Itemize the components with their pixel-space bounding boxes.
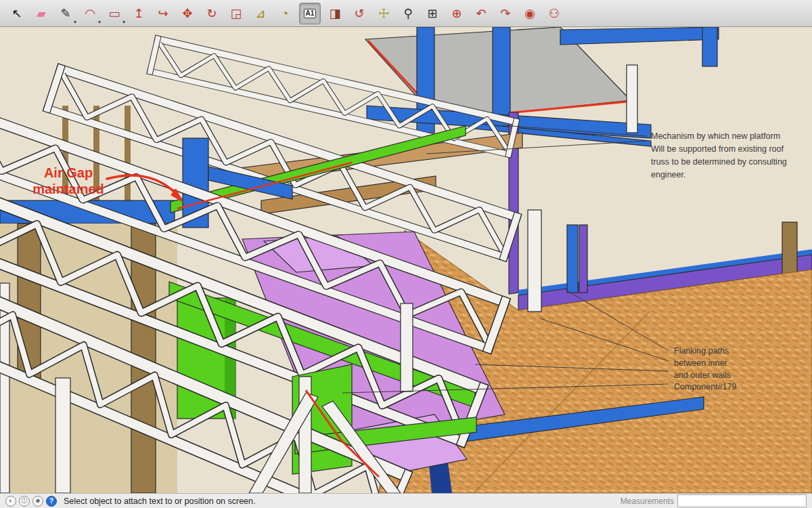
mechanism-text-line1[interactable]: Mechanism by which new platform <box>651 131 780 141</box>
orbit-tool[interactable]: ↺ <box>349 3 369 24</box>
walk-tool[interactable]: ⚇ <box>544 3 564 24</box>
component-text[interactable]: Component#179 <box>674 382 736 391</box>
arc-tool[interactable]: ◠▾ <box>80 3 100 24</box>
air-gap-text-line1[interactable]: Air Gap <box>44 165 93 180</box>
zoom-tool-icon: ⚲ <box>403 7 412 20</box>
shapes-dropdown-icon[interactable]: ▾ <box>122 19 125 25</box>
pan-tool-icon: ☩ <box>378 7 389 20</box>
wall-stud[interactable] <box>125 106 131 202</box>
model-viewport[interactable]: Air Gap maintained Mechanism by which ne… <box>0 27 812 493</box>
flanking-text-line3[interactable]: and outer walls <box>674 371 731 380</box>
zoom-tool[interactable]: ⚲ <box>398 3 418 24</box>
status-user-icon[interactable]: ☻ <box>32 496 43 507</box>
status-hint-text: Select object to attach text to or posit… <box>64 496 256 506</box>
line-tool[interactable]: ✎▾ <box>55 3 76 24</box>
air-gap-text-line2[interactable]: maintained <box>32 182 104 196</box>
push-pull-tool[interactable]: ↥ <box>129 3 149 24</box>
move-tool[interactable]: ✥ <box>177 3 198 24</box>
scale-tool-icon: ◲ <box>230 7 242 20</box>
next-view-tool-icon: ↷ <box>500 7 510 20</box>
next-view-tool[interactable]: ↷ <box>495 3 516 24</box>
scale-tool[interactable]: ◲ <box>226 3 246 24</box>
arc-tool-icon: ◠ <box>85 7 95 20</box>
tape-measure-tool-icon: ⊿ <box>255 7 265 20</box>
tape-measure-tool[interactable]: ⊿ <box>250 3 271 24</box>
zoom-extents-tool[interactable]: ⊕ <box>447 3 467 24</box>
status-bar: ◐ ⓘ ☻ ? Select object to attach text to … <box>0 493 812 508</box>
mechanism-text-line2[interactable]: Will be supported from existing roof <box>651 144 784 154</box>
door-frame-blue[interactable] <box>567 225 578 293</box>
position-camera-tool-icon: ◉ <box>524 7 535 20</box>
zoom-window-tool[interactable]: ⊞ <box>422 3 443 24</box>
protractor-tool[interactable]: ◔ <box>275 3 295 24</box>
white-post[interactable] <box>401 303 413 391</box>
shapes-tool-icon: ▭ <box>108 7 120 20</box>
zoom-window-tool-icon: ⊞ <box>427 7 437 20</box>
select-tool-icon: ↖ <box>12 7 22 20</box>
text-tool-icon: A1 <box>304 9 317 18</box>
position-camera-tool[interactable]: ◉ <box>520 3 540 24</box>
status-geolocate-icon[interactable]: ◐ <box>5 496 16 507</box>
flanking-text-line2[interactable]: between inner <box>674 358 727 368</box>
flanking-text-line1[interactable]: Flanking paths <box>674 346 729 356</box>
rotate-tool[interactable]: ↻ <box>202 3 222 24</box>
white-post[interactable] <box>55 378 70 493</box>
white-post[interactable] <box>627 65 637 133</box>
move-tool-icon: ✥ <box>182 7 192 20</box>
arc-dropdown-icon[interactable]: ▾ <box>98 19 101 25</box>
mechanism-text-line3[interactable]: truss to be determined by consulting <box>651 157 787 167</box>
white-post[interactable] <box>528 210 541 312</box>
text-tool[interactable]: A1 <box>299 3 321 24</box>
shapes-tool[interactable]: ▭▾ <box>104 3 125 24</box>
push-pull-tool-icon: ↥ <box>133 7 143 20</box>
measurements-label: Measurements <box>621 496 674 506</box>
eraser-tool[interactable]: ▰ <box>31 3 51 24</box>
blue-stud[interactable] <box>493 27 510 126</box>
line-tool-icon: ✎ <box>60 7 70 20</box>
blue-stud[interactable] <box>702 27 717 66</box>
status-help-icon[interactable]: ? <box>46 496 57 507</box>
line-dropdown-icon[interactable]: ▾ <box>74 19 76 25</box>
select-tool[interactable]: ↖ <box>7 3 27 24</box>
mechanism-text-line4[interactable]: engineer. <box>651 170 685 179</box>
main-toolbar: ↖▰✎▾◠▾▭▾↥↪✥↻◲⊿◔A1◨↺☩⚲⊞⊕↶↷◉⚇ <box>0 0 812 27</box>
paint-bucket-tool-icon: ◨ <box>329 7 340 20</box>
rotate-tool-icon: ↻ <box>206 7 217 20</box>
eraser-tool-icon: ▰ <box>37 7 46 20</box>
previous-view-tool[interactable]: ↶ <box>471 3 491 24</box>
protractor-tool-icon: ◔ <box>281 7 289 20</box>
paint-bucket-tool[interactable]: ◨ <box>325 3 345 24</box>
previous-view-tool-icon: ↶ <box>476 7 486 20</box>
status-info-icon[interactable]: ⓘ <box>19 496 30 507</box>
measurements-input[interactable] <box>677 494 807 507</box>
orbit-tool-icon: ↺ <box>354 7 364 20</box>
walk-tool-icon: ⚇ <box>549 7 560 20</box>
follow-me-tool[interactable]: ↪ <box>153 3 173 24</box>
pan-tool[interactable]: ☩ <box>374 3 394 24</box>
follow-me-tool-icon: ↪ <box>158 7 168 20</box>
zoom-extents-tool-icon: ⊕ <box>451 7 461 20</box>
door-frame-purple[interactable] <box>579 225 587 293</box>
